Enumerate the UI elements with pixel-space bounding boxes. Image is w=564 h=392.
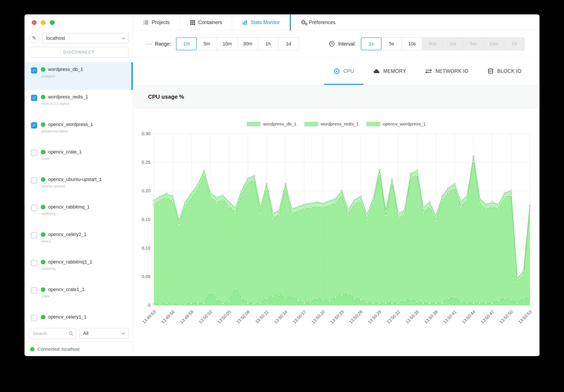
range-30m-button[interactable]: 30m [237,37,258,50]
window-controls [25,14,133,30]
container-item-opencv_rabbitmq_1[interactable]: opencv_rabbitmq_1 rabbitmq [25,200,133,227]
container-item-opencv_crate_1[interactable]: opencv_crate_1 crate [25,145,133,172]
container-checkbox[interactable]: ✓ [31,95,37,101]
container-checkbox[interactable] [31,287,37,294]
container-item-opencv_ubuntu-upstart_1[interactable]: opencv_ubuntu-upstart_1 ubuntu-upstart [25,172,133,200]
more-icon: ⋯ [146,40,152,48]
svg-text:13:50:47: 13:50:47 [480,309,495,324]
container-checkbox[interactable]: ✓ [31,67,37,73]
legend-label: opencv_wordpress_1 [383,121,426,126]
legend-label: wordpress_db_1 [263,121,296,126]
container-item-opencv_rabbitmq1_1[interactable]: opencv_rabbitmq1_1 rabbitmq [25,255,133,282]
edit-host-button[interactable]: ✎ [29,33,39,43]
container-name: wordpress_db_1 [48,67,83,72]
interval-1m-button: 1m [443,37,463,50]
stat-tab-memory[interactable]: MEMORY [364,57,415,85]
container-item-opencv_crate1_1[interactable]: opencv_crate1_1 crate [25,282,133,310]
range-label: Range: [155,41,171,47]
legend-swatch [247,122,260,126]
svg-text:13:50:29: 13:50:29 [367,309,382,324]
container-item-opencv_celery1_1[interactable]: opencv_celery1_1 [25,310,133,326]
host-row: ✎ localhost [25,30,133,43]
container-status-dot [41,260,45,264]
stat-tab-cpu[interactable]: CPU [324,57,364,85]
svg-text:0: 0 [148,303,150,308]
tab-label: Stats Monitor [251,20,280,25]
interval-30s-button: 30s [422,37,443,50]
stat-tab-label: BLOCK IO [497,68,522,74]
filter-select[interactable]: All [79,328,128,338]
svg-text:13:50:38: 13:50:38 [423,309,439,324]
container-checkbox[interactable] [31,150,37,156]
range-1m-button[interactable]: 1m [176,37,197,50]
range-button-group: 1m5m10m30m1h1d [176,37,299,50]
tab-projects[interactable]: Projects [133,14,180,30]
zoom-window-button[interactable] [50,20,55,25]
disconnect-button[interactable]: DISCONNECT [29,47,128,57]
container-checkbox[interactable] [31,205,37,211]
container-info: opencv_rabbitmq1_1 rabbitmq [41,259,92,271]
stat-tab-network-io[interactable]: NETWORK IO [415,57,478,85]
container-checkbox[interactable] [31,260,37,266]
container-info: opencv_celery2_1 celery [41,232,87,243]
range-1h-button[interactable]: 1h [258,37,278,50]
legend-item-opencv_wordpress_1[interactable]: opencv_wordpress_1 [367,121,426,126]
network-icon [425,69,432,74]
range-10m-button[interactable]: 10m [217,37,238,50]
sidebar: ✎ localhost DISCONNECT ✓ wordpress_db_1 … [25,14,133,356]
host-select[interactable]: localhost [42,33,128,43]
legend-label: wordpress_redis_1 [321,121,359,126]
legend-swatch [304,122,318,126]
interval-5s-button[interactable]: 5s [381,37,402,50]
container-item-opencv_wordpress_1[interactable]: ✓ opencv_wordpress_1 wordpress:latest [25,117,133,145]
svg-text:13:50:17: 13:50:17 [292,309,307,324]
interval-1h-button: 1h [504,37,524,50]
container-info: opencv_crate_1 crate [41,149,82,161]
legend-swatch [367,122,380,126]
close-window-button[interactable] [32,20,37,25]
interval-10s-button[interactable]: 10s [402,37,422,50]
tab-containers[interactable]: Containers [180,14,232,30]
svg-text:13:50:50: 13:50:50 [499,309,514,324]
filter-select-value: All [83,331,88,336]
legend-item-wordpress_redis_1[interactable]: wordpress_redis_1 [304,121,359,126]
interval-1s-button[interactable]: 1s [361,37,381,50]
container-name: opencv_rabbitmq_1 [48,204,90,210]
container-item-wordpress_db_1[interactable]: ✓ wordpress_db_1 postgres [25,62,133,90]
svg-text:13:50:14: 13:50:14 [273,309,288,324]
svg-text:13:50:53: 13:50:53 [517,309,533,324]
chart-icon [242,20,248,25]
svg-text:13:50:32: 13:50:32 [386,309,401,324]
container-checkbox[interactable] [31,177,37,183]
container-checkbox[interactable]: ✓ [31,122,37,128]
container-info: wordpress_redis_1 redis:4.0.1-alpine [41,94,88,106]
container-checkbox[interactable] [31,315,37,321]
main-area: Projects Containers Stats Monitor ⚙⚙ Pre… [133,14,539,356]
container-item-opencv_celery2_1[interactable]: opencv_celery2_1 celery [25,227,133,255]
search-box [29,328,76,339]
container-status-dot [41,122,45,127]
tab-preferences[interactable]: ⚙⚙ Preferences [291,14,345,30]
container-name: opencv_rabbitmq1_1 [48,259,92,265]
chevron-down-icon [122,331,125,335]
tab-label: Projects [152,20,169,25]
svg-text:13:50:11: 13:50:11 [254,309,269,324]
stat-tab-block-io[interactable]: BLOCK IO [478,57,531,85]
range-1d-button[interactable]: 1d [278,37,299,50]
minimize-window-button[interactable] [41,20,46,25]
search-input[interactable] [29,328,76,339]
container-status-dot [41,95,45,99]
header-tabs: Projects Containers Stats Monitor ⚙⚙ Pre… [133,14,539,30]
container-status-dot [41,67,45,72]
grid-icon [190,20,195,25]
container-item-wordpress_redis_1[interactable]: ✓ wordpress_redis_1 redis:4.0.1-alpine [25,90,133,117]
range-5m-button[interactable]: 5m [197,37,217,50]
svg-text:13:50:05: 13:50:05 [217,309,232,324]
tab-stats-monitor[interactable]: Stats Monitor [232,14,291,30]
chart-title-band: CPU usage % [133,85,539,109]
container-image: redis:4.0.1-alpine [41,102,88,106]
chart-region: wordpress_db_1 wordpress_redis_1 opencv_… [133,109,539,356]
svg-text:13:49:56: 13:49:56 [160,309,176,324]
container-checkbox[interactable] [31,232,37,238]
legend-item-wordpress_db_1[interactable]: wordpress_db_1 [247,121,296,126]
